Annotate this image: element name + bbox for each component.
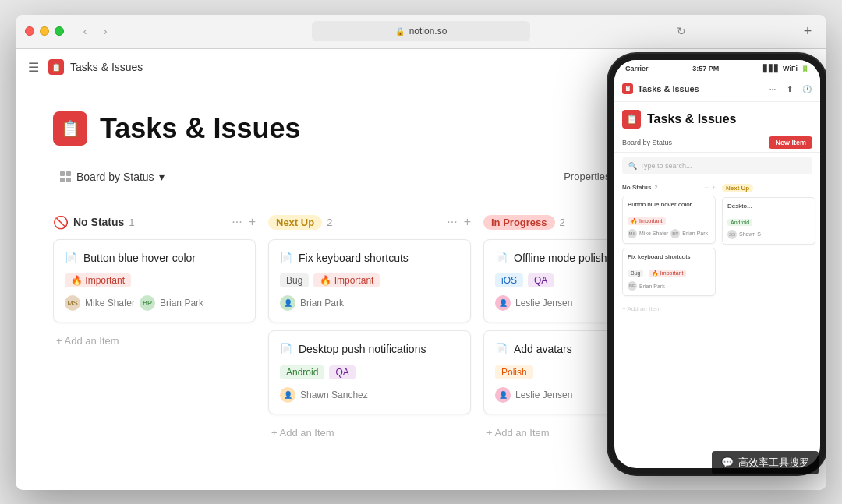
doc-icon: 📄: [495, 252, 508, 263]
mobile-avatar: MS: [628, 229, 637, 238]
wechat-watermark: 💬 高效率工具搜罗: [712, 451, 819, 474]
back-button[interactable]: ‹: [76, 23, 94, 40]
card-title: Desktop push notifications: [299, 342, 426, 358]
close-button[interactable]: [25, 26, 34, 36]
tag-android: Android: [280, 365, 324, 379]
mac-window: ‹ › 🔒 notion.so ↻ + ☰ 📋 Tasks & Issues S…: [16, 15, 826, 490]
mobile-time: 3:57 PM: [692, 65, 719, 72]
add-item-next-up[interactable]: + Add an Item: [268, 422, 471, 443]
minimize-button[interactable]: [40, 26, 49, 36]
mobile-board: No Status 2 ··· + Button blue hover colo…: [614, 179, 820, 468]
tag-important: 🔥 Important: [313, 273, 380, 287]
mobile-app-title: Tasks & Issues: [638, 84, 699, 93]
mobile-person-bp: Brian Park: [639, 284, 665, 289]
mobile-search[interactable]: 🔍 Type to search...: [622, 157, 812, 174]
address-bar[interactable]: 🔒 notion.so: [312, 21, 530, 41]
card-avatars: 👤 Brian Park: [280, 295, 459, 311]
menu-button[interactable]: ☰: [28, 60, 39, 75]
traffic-lights: [25, 26, 64, 36]
avatar-name-leslie2: Leslie Jensen: [515, 389, 572, 400]
lock-icon: 🔒: [395, 27, 405, 36]
tag-important: 🔥 Important: [65, 273, 131, 287]
avatar-name-leslie: Leslie Jensen: [515, 298, 572, 308]
no-status-icon: 🚫: [53, 215, 69, 230]
mobile-carrier: Carrier: [625, 65, 649, 72]
mobile-tag-important: 🔥 Important: [649, 270, 687, 277]
avatar-leslie2: 👤: [495, 387, 511, 403]
avatar-leslie: 👤: [495, 295, 511, 311]
wechat-icon: 💬: [721, 456, 734, 468]
card-title: Add avatars: [514, 342, 572, 358]
chevron-down-icon: ▾: [159, 171, 165, 183]
card-tags: Bug 🔥 Important: [280, 273, 459, 287]
mobile-more-button[interactable]: ···: [767, 83, 778, 94]
search-icon: 🔍: [628, 162, 637, 170]
mobile-col-no-status: No Status 2 ··· + Button blue hover colo…: [622, 184, 716, 463]
mobile-col-title: No Status: [622, 184, 651, 191]
column-more-button[interactable]: ···: [232, 215, 242, 229]
properties-button[interactable]: Properties: [564, 171, 610, 182]
reload-button[interactable]: ↻: [677, 25, 686, 37]
page-title: Tasks & Issues: [100, 112, 300, 145]
mobile-card-title: Button blue hover color: [628, 201, 710, 209]
card-tags: Android QA: [280, 365, 459, 379]
forward-button[interactable]: ›: [97, 23, 114, 40]
card-title: Offline mode polish: [514, 251, 607, 266]
page-icon: 📋: [53, 111, 87, 146]
card-fix-keyboard[interactable]: 📄 Fix keyboard shortcuts Bug 🔥 Important…: [268, 239, 471, 323]
card-avatars: MS Mike Shafer BP Brian Park: [65, 295, 244, 311]
mobile-view-button[interactable]: Board by Status: [622, 139, 672, 146]
search-placeholder: Type to search...: [640, 162, 692, 170]
column-header-next-up: Next Up 2 ··· +: [268, 215, 471, 230]
add-item-no-status[interactable]: + Add an Item: [53, 330, 256, 351]
doc-icon: 📄: [65, 252, 77, 263]
mobile-add-item[interactable]: + Add an Item: [622, 304, 661, 314]
column-more-button[interactable]: ···: [447, 215, 457, 229]
svg-rect-3: [66, 178, 71, 182]
mobile-share-button[interactable]: ⬆: [784, 83, 795, 94]
mobile-col-actions: ··· +: [705, 184, 716, 191]
mobile-col-more: ···: [705, 184, 710, 191]
app-title: Tasks & Issues: [70, 61, 143, 73]
mobile-col-header: No Status 2 ··· +: [622, 184, 716, 191]
svg-rect-1: [66, 171, 71, 176]
title-bar: ‹ › 🔒 notion.so ↻ +: [16, 15, 826, 49]
maximize-button[interactable]: [55, 26, 64, 36]
mobile-col-title-next-up: Next Up: [722, 184, 753, 192]
no-status-count: 1: [129, 217, 134, 228]
column-add-button[interactable]: +: [249, 215, 256, 229]
column-next-up: Next Up 2 ··· + 📄 Fix keyboard shortcuts…: [268, 215, 471, 474]
battery-icon: 🔋: [801, 65, 809, 72]
mobile-card-2[interactable]: Fix keyboard shortcuts Bug 🔥 Important B…: [622, 248, 716, 296]
tag-qa: QA: [528, 273, 554, 287]
no-status-column-actions: ··· +: [232, 215, 256, 229]
mobile-tag-android: Android: [727, 219, 752, 226]
mobile-person-ss: Shawn S: [739, 231, 761, 237]
view-selector-button[interactable]: Board by Status ▾: [53, 167, 171, 186]
mobile-card-desktop[interactable]: Deskto... Android SS Shawn S: [722, 197, 815, 245]
mobile-card-footer: SS Shawn S: [727, 230, 810, 239]
mobile-card-1[interactable]: Button blue hover color 🔥 Important MS M…: [622, 196, 716, 244]
tag-polish: Polish: [495, 365, 533, 379]
column-add-button[interactable]: +: [464, 215, 471, 229]
avatar-name-brian: Brian Park: [300, 298, 344, 308]
card-title-row: 📄 Button blue hover color: [65, 251, 244, 266]
mobile-page-icon: 📋: [622, 110, 641, 129]
mobile-new-item-button[interactable]: New Item: [769, 136, 812, 149]
mobile-toolbar: Board by Status ··· New Item: [614, 133, 820, 153]
nav-buttons: ‹ ›: [76, 23, 114, 40]
card-button-blue-hover[interactable]: 📄 Button blue hover color 🔥 Important MS…: [53, 239, 256, 323]
mobile-person: Mike Shafer: [639, 231, 668, 236]
mobile-col-next-up: Next Up Deskto... Android SS Shawn S: [722, 184, 815, 463]
svg-rect-0: [60, 171, 65, 176]
in-progress-badge: In Progress: [483, 215, 555, 230]
mobile-app-icon: 📋: [622, 83, 633, 94]
app-icon: 📋: [48, 59, 64, 75]
mobile-card-footer: BP Brian Park: [628, 281, 710, 291]
card-title: Fix keyboard shortcuts: [299, 251, 409, 266]
tag-bug: Bug: [280, 273, 309, 287]
mobile-clock-button[interactable]: 🕐: [801, 83, 812, 94]
new-tab-button[interactable]: +: [798, 22, 817, 41]
card-desktop-push[interactable]: 📄 Desktop push notifications Android QA …: [268, 330, 471, 414]
avatar-shawn: 👤: [280, 387, 295, 403]
